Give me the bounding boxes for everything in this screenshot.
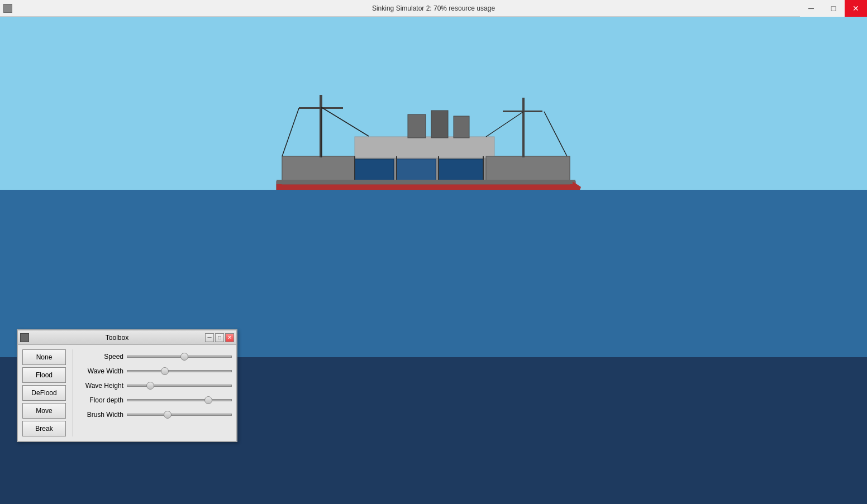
speed-slider-row: Speed: [79, 352, 232, 362]
speed-slider[interactable]: [127, 356, 232, 358]
wave-width-slider-row: Wave Width: [79, 366, 232, 376]
wave-width-slider[interactable]: [127, 370, 232, 372]
toolbox-close-button[interactable]: ✕: [225, 333, 234, 342]
flood-button[interactable]: Flood: [22, 367, 66, 383]
svg-rect-4: [486, 156, 570, 181]
svg-rect-12: [408, 114, 426, 138]
svg-line-23: [282, 108, 299, 156]
toolbox-button-group: None Flood DeFlood Move Break: [22, 349, 67, 436]
floor-depth-slider-track: [127, 395, 232, 405]
svg-rect-17: [299, 107, 322, 109]
toolbox-controls: ─ □ ✕: [205, 333, 234, 342]
brush-width-label: Brush Width: [79, 411, 123, 419]
speed-label: Speed: [79, 353, 123, 361]
minimize-button[interactable]: ─: [800, 0, 822, 17]
toolbox-title: Toolbox: [29, 334, 205, 342]
titlebar-left: [0, 4, 15, 13]
titlebar: Sinking Simulator 2: 70% resource usage …: [0, 0, 867, 17]
speed-slider-track: [127, 352, 232, 362]
floor-depth-label: Floor depth: [79, 396, 123, 404]
deflood-button[interactable]: DeFlood: [22, 385, 66, 401]
toolbox-titlebar[interactable]: Toolbox ─ □ ✕: [18, 330, 236, 345]
close-button[interactable]: ✕: [845, 0, 867, 17]
svg-rect-16: [522, 98, 525, 157]
svg-rect-20: [522, 111, 542, 112]
svg-line-25: [544, 112, 567, 156]
svg-line-24: [486, 112, 523, 137]
toolbox-sliders: Speed Wave Width Wave Height: [79, 349, 232, 436]
toolbox: Toolbox ─ □ ✕ None Flood DeFlood Move Br…: [17, 329, 237, 442]
app-icon: [3, 4, 12, 13]
toolbox-body: None Flood DeFlood Move Break Speed Wave…: [18, 345, 236, 441]
toolbox-maximize-button[interactable]: □: [215, 333, 224, 342]
brush-width-slider[interactable]: [127, 414, 232, 416]
toolbox-divider: [73, 349, 73, 436]
svg-rect-5: [355, 159, 394, 181]
brush-width-slider-track: [127, 410, 232, 420]
floor-depth-slider[interactable]: [127, 399, 232, 401]
move-button[interactable]: Move: [22, 403, 66, 419]
svg-rect-2: [355, 137, 494, 158]
svg-rect-19: [503, 111, 525, 112]
window-title: Sinking Simulator 2: 70% resource usage: [372, 4, 495, 12]
floor-depth-slider-row: Floor depth: [79, 395, 232, 405]
break-button[interactable]: Break: [22, 421, 66, 436]
svg-rect-3: [282, 156, 355, 181]
game-area: Toolbox ─ □ ✕ None Flood DeFlood Move Br…: [0, 17, 867, 504]
wave-height-slider-row: Wave Height: [79, 381, 232, 391]
wave-height-slider[interactable]: [127, 385, 232, 387]
wave-width-label: Wave Width: [79, 367, 123, 375]
svg-rect-14: [454, 116, 469, 138]
svg-line-21: [321, 107, 369, 136]
none-button[interactable]: None: [22, 349, 66, 365]
maximize-button[interactable]: □: [822, 0, 845, 17]
svg-rect-6: [397, 159, 436, 181]
toolbox-icon: [20, 333, 29, 342]
brush-width-slider-row: Brush Width: [79, 410, 232, 420]
svg-rect-26: [277, 180, 575, 184]
wave-width-slider-track: [127, 366, 232, 376]
toolbox-minimize-button[interactable]: ─: [205, 333, 214, 342]
svg-rect-7: [439, 159, 483, 181]
wave-height-label: Wave Height: [79, 382, 123, 390]
titlebar-controls: ─ □ ✕: [800, 0, 867, 16]
wave-height-slider-track: [127, 381, 232, 391]
svg-rect-13: [431, 111, 448, 138]
